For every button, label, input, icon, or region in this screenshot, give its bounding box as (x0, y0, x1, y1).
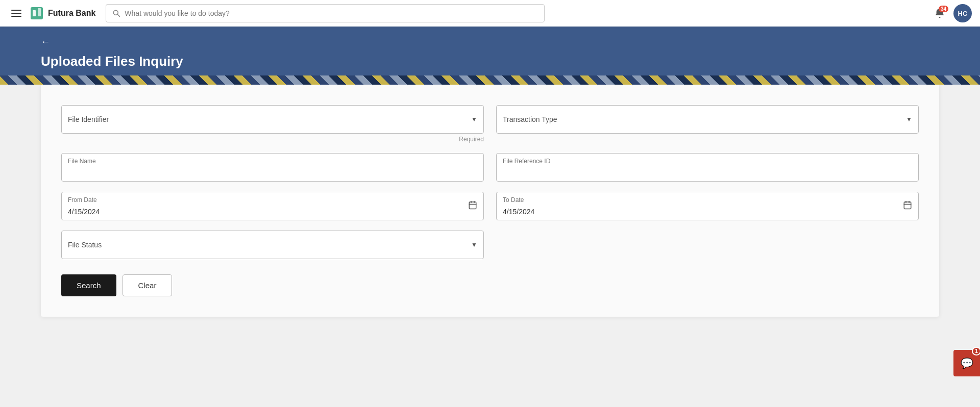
global-search-bar (106, 4, 545, 22)
to-date-group: To Date 4/15/2024 (496, 192, 919, 220)
form-row-2: File Name File Reference ID (61, 153, 919, 182)
file-name-wrapper: File Name (61, 153, 484, 182)
svg-rect-1 (33, 10, 36, 16)
to-date-label: To Date (503, 196, 524, 204)
from-date-group: From Date 4/15/2024 (61, 192, 484, 220)
file-name-group: File Name (61, 153, 484, 182)
from-date-calendar-icon[interactable] (468, 200, 477, 212)
transaction-type-label: Transaction Type (503, 115, 557, 123)
from-date-label: From Date (68, 196, 97, 204)
file-identifier-arrow: ▼ (471, 116, 477, 123)
to-date-wrapper: To Date 4/15/2024 (496, 192, 919, 220)
file-identifier-label: File Identifier (68, 115, 109, 123)
action-row: Search Clear (61, 274, 919, 296)
transaction-type-group: Transaction Type ▼ (496, 105, 919, 143)
user-avatar[interactable]: HC (953, 4, 972, 22)
app-header: Futura Bank 34 HC (0, 0, 980, 27)
header-right: 34 HC (934, 4, 972, 22)
form-row-4: File Status ▼ (61, 231, 919, 259)
svg-line-4 (118, 14, 120, 16)
file-name-label: File Name (68, 158, 96, 165)
required-text: Required (61, 136, 484, 143)
to-date-value[interactable]: 4/15/2024 (503, 208, 912, 216)
file-reference-id-input[interactable] (503, 166, 912, 177)
svg-rect-2 (38, 8, 41, 16)
file-name-input[interactable] (68, 166, 477, 177)
logo-icon (30, 6, 44, 20)
file-status-select[interactable]: File Status ▼ (61, 231, 484, 259)
page-title: Uploaded Files Inquiry (41, 54, 939, 69)
content-area: File Identifier ▼ Required Transaction T… (0, 85, 980, 340)
chat-badge: 1 (972, 347, 980, 355)
clear-button[interactable]: Clear (122, 274, 173, 296)
form-row-3: From Date 4/15/2024 To Date (61, 192, 919, 220)
file-reference-id-wrapper: File Reference ID (496, 153, 919, 182)
form-card: File Identifier ▼ Required Transaction T… (41, 85, 939, 317)
file-identifier-group: File Identifier ▼ Required (61, 105, 484, 143)
chat-icon: 💬 (961, 357, 973, 369)
logo-area[interactable]: Futura Bank (30, 6, 95, 20)
transaction-type-select[interactable]: Transaction Type ▼ (496, 105, 919, 134)
file-status-label: File Status (68, 241, 102, 249)
transaction-type-arrow: ▼ (906, 116, 912, 123)
file-status-group: File Status ▼ (61, 231, 484, 259)
notification-badge: 34 (939, 6, 948, 12)
file-status-arrow: ▼ (471, 241, 477, 248)
search-icon (112, 9, 120, 17)
file-reference-id-label: File Reference ID (503, 158, 550, 165)
from-date-wrapper: From Date 4/15/2024 (61, 192, 484, 220)
page-header: ← Uploaded Files Inquiry (0, 27, 980, 85)
file-identifier-select[interactable]: File Identifier ▼ (61, 105, 484, 134)
svg-rect-9 (904, 202, 911, 209)
chat-bubble[interactable]: 💬 1 (953, 350, 980, 376)
form-row-1: File Identifier ▼ Required Transaction T… (61, 105, 919, 143)
from-date-value[interactable]: 4/15/2024 (68, 208, 477, 216)
global-search-input[interactable] (125, 9, 538, 17)
file-reference-id-group: File Reference ID (496, 153, 919, 182)
notification-button[interactable]: 34 (934, 8, 945, 19)
search-button[interactable]: Search (61, 274, 116, 296)
svg-rect-0 (31, 7, 43, 19)
menu-button[interactable] (8, 7, 24, 20)
to-date-calendar-icon[interactable] (903, 200, 912, 212)
svg-rect-5 (469, 202, 476, 209)
app-name: Futura Bank (48, 9, 95, 18)
back-button[interactable]: ← (41, 37, 50, 47)
